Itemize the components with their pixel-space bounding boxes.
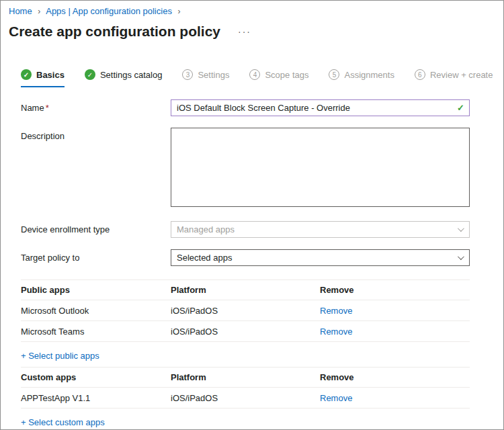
target-policy-dropdown[interactable]: Selected apps: [171, 249, 470, 266]
tab-review-create: 6 Review + create: [415, 69, 493, 87]
remove-header: Remove: [320, 372, 470, 382]
target-policy-row: Target policy to Selected apps: [21, 249, 470, 266]
table-row: Microsoft Outlook iOS/iPadOS Remove: [21, 300, 470, 321]
description-input[interactable]: [171, 128, 470, 207]
valid-check-icon: ✓: [457, 103, 464, 113]
target-policy-label: Target policy to: [21, 249, 171, 263]
public-apps-table: Public apps Platform Remove Microsoft Ou…: [21, 280, 470, 342]
select-public-apps-link[interactable]: + Select public apps: [21, 351, 99, 361]
device-enrollment-label: Device enrollment type: [21, 221, 171, 234]
tab-settings: 3 Settings: [182, 69, 229, 87]
target-policy-value: Selected apps: [177, 253, 232, 263]
tab-settings-catalog-label: Settings catalog: [100, 70, 163, 80]
device-enrollment-value: Managed apps: [177, 224, 235, 234]
select-custom-apps-link[interactable]: + Select custom apps: [21, 417, 105, 427]
tab-assignments: 5 Assignments: [329, 69, 394, 87]
tab-settings-label: Settings: [198, 70, 229, 80]
page-title: Create app configuration policy: [9, 24, 220, 40]
step-number-icon: 6: [415, 69, 425, 80]
custom-apps-header: Custom apps: [21, 372, 171, 382]
custom-apps-table: Custom apps Platform Remove APPTestApp V…: [21, 367, 470, 408]
step-complete-check-icon: ✓: [21, 69, 32, 80]
description-field-row: Description: [21, 128, 470, 210]
basics-form: Name* ✓ Description Device enrollment ty…: [1, 87, 503, 430]
device-enrollment-row: Device enrollment type Managed apps: [21, 221, 470, 238]
breadcrumb-separator-icon: ›: [178, 7, 181, 16]
wizard-steps: ✓ Basics ✓ Settings catalog 3 Settings 4…: [21, 69, 503, 87]
app-platform: iOS/iPadOS: [171, 327, 320, 337]
page-header: Home › Apps | App configuration policies…: [1, 1, 503, 40]
app-name: APPTestApp V1.1: [21, 393, 171, 403]
tab-assignments-label: Assignments: [344, 70, 394, 80]
tab-basics-label: Basics: [36, 70, 65, 80]
step-number-icon: 3: [182, 69, 193, 80]
chevron-down-icon: [458, 253, 464, 260]
name-input[interactable]: [171, 99, 470, 116]
step-complete-check-icon: ✓: [85, 69, 95, 80]
tab-scope-tags-label: Scope tags: [265, 70, 308, 80]
app-name: Microsoft Outlook: [21, 306, 171, 316]
table-row: Microsoft Teams iOS/iPadOS Remove: [21, 321, 470, 342]
public-apps-header-row: Public apps Platform Remove: [21, 280, 470, 300]
table-row: APPTestApp V1.1 iOS/iPadOS Remove: [21, 388, 470, 408]
name-field-row: Name* ✓: [21, 99, 470, 116]
platform-header: Platform: [171, 372, 320, 382]
breadcrumb: Home › Apps | App configuration policies…: [9, 6, 494, 17]
step-number-icon: 4: [249, 69, 260, 80]
chevron-down-icon: [458, 225, 464, 232]
app-platform: iOS/iPadOS: [171, 306, 320, 316]
tab-settings-catalog[interactable]: ✓ Settings catalog: [85, 69, 163, 87]
app-name: Microsoft Teams: [21, 327, 171, 337]
remove-header: Remove: [320, 285, 470, 295]
tab-review-create-label: Review + create: [430, 70, 493, 80]
required-marker: *: [46, 103, 49, 113]
name-label-text: Name: [21, 103, 44, 113]
remove-app-link[interactable]: Remove: [320, 393, 470, 403]
device-enrollment-dropdown: Managed apps: [171, 221, 470, 238]
tab-scope-tags: 4 Scope tags: [249, 69, 308, 87]
platform-header: Platform: [171, 285, 320, 295]
breadcrumb-separator-icon: ›: [38, 7, 40, 16]
name-label: Name*: [21, 99, 171, 113]
remove-app-link[interactable]: Remove: [320, 327, 470, 337]
remove-app-link[interactable]: Remove: [320, 306, 470, 316]
custom-apps-header-row: Custom apps Platform Remove: [21, 367, 470, 388]
description-label: Description: [21, 128, 171, 141]
breadcrumb-app-configuration-policies[interactable]: Apps | App configuration policies: [46, 6, 172, 16]
step-number-icon: 5: [329, 69, 339, 80]
breadcrumb-home[interactable]: Home: [9, 6, 32, 16]
app-platform: iOS/iPadOS: [171, 393, 320, 403]
more-options-icon[interactable]: ···: [238, 28, 251, 35]
tab-basics[interactable]: ✓ Basics: [21, 69, 65, 87]
create-app-config-policy-page: Home › Apps | App configuration policies…: [0, 0, 504, 430]
public-apps-header: Public apps: [21, 285, 171, 295]
